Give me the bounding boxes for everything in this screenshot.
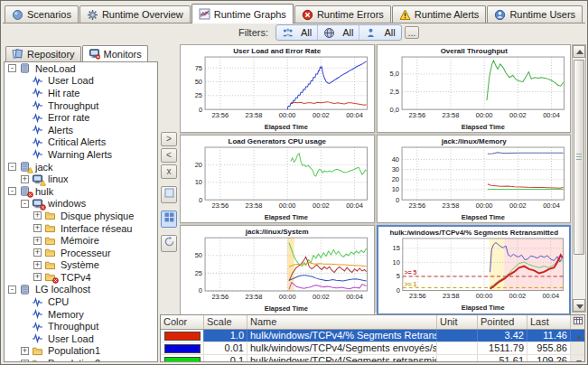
svg-text:2,5: 2,5 — [389, 88, 398, 96]
tree-item-memory[interactable]: Memory — [5, 308, 157, 321]
expand-icon[interactable]: + — [21, 360, 29, 362]
filter-item-2[interactable]: All — [359, 25, 400, 40]
svg-text:23:58: 23:58 — [442, 111, 459, 119]
grid-graph-layout-button[interactable] — [161, 211, 177, 228]
graph-panel-load-generators-cpu-usage[interactable]: 0102023:5623:5800:0000:0200:04Load Gener… — [180, 135, 375, 223]
tab-runtime-alerts[interactable]: Runtime Alerts — [392, 5, 487, 23]
close-button[interactable]: x — [161, 164, 177, 179]
svg-text:23:56: 23:56 — [408, 111, 425, 119]
tree-item-warning-alerts[interactable]: Warning Alerts — [5, 148, 157, 161]
tree-item-linux[interactable]: +linux — [5, 173, 157, 185]
collapse-icon[interactable]: - — [8, 285, 16, 294]
graph-panel-overall-throughput[interactable]: 0,02,55,023:5623:5800:0000:0200:04Overal… — [377, 44, 572, 133]
svg-text:>= 5: >= 5 — [404, 270, 416, 276]
tab-runtime-graphs[interactable]: Runtime Graphs — [191, 4, 294, 23]
svg-text:20: 20 — [195, 161, 202, 169]
tab-label: Scenarios — [27, 9, 71, 20]
tree-item-population2[interactable]: +Population2 — [5, 357, 157, 362]
graph-panel-jack-linux-memory[interactable]: 01020304023:5623:5800:0000:0200:04jack:/… — [377, 135, 572, 223]
expand-icon[interactable]: + — [21, 175, 29, 183]
collapse-icon[interactable]: - — [8, 163, 16, 171]
side-tab-repository[interactable]: Repository — [5, 46, 81, 61]
graph-panel-user-load-and-error-rate[interactable]: 025507523:5623:5800:0000:0200:04User Loa… — [180, 44, 375, 133]
table-scroll-down-button[interactable] — [571, 355, 585, 362]
tab-runtime-overview[interactable]: Runtime Overview — [79, 5, 191, 23]
filters-bar: Filters:AllAllAll... — [179, 23, 570, 42]
tree-item-label: User Load — [48, 75, 94, 86]
counter-icon — [32, 321, 44, 332]
graphs-scrollbar[interactable] — [572, 44, 586, 313]
tree-item-m-moire[interactable]: +Mémoire — [5, 234, 157, 247]
scroll-up-button[interactable] — [573, 45, 585, 58]
graph-panel-hulk-windows-tcpv4-segments-retransmitted[interactable]: 05101523:5623:5800:0000:0200:04>= 5>= 1h… — [377, 225, 572, 314]
tree-item-label: Throughput — [48, 100, 98, 111]
collapse-icon[interactable]: - — [8, 187, 16, 195]
expand-icon[interactable]: + — [33, 273, 42, 281]
column-header-pointed[interactable]: Pointed — [478, 315, 527, 329]
move-right-button[interactable]: > — [161, 132, 177, 146]
expand-icon[interactable]: + — [33, 261, 42, 269]
side-tab-monitors[interactable]: Monitors — [82, 45, 148, 62]
filter-item-0[interactable]: All — [276, 25, 317, 40]
pointed-cell: 3.42 — [478, 330, 527, 342]
scroll-down-button[interactable] — [573, 299, 585, 312]
runtime-errors-icon — [302, 9, 313, 21]
tree-item-label: windows — [48, 198, 86, 209]
tree-item-population1[interactable]: +Population1 — [5, 345, 157, 358]
expand-icon[interactable]: + — [21, 347, 29, 355]
tree-item-throughput[interactable]: Throughput — [5, 99, 157, 112]
tree-item-alerts[interactable]: Alerts — [5, 124, 157, 136]
tree-item-user-load[interactable]: User Load — [5, 75, 157, 88]
expand-icon[interactable]: + — [33, 211, 42, 220]
tree-item-error-rate[interactable]: Error rate — [5, 111, 157, 124]
table-scroll-up-button[interactable] — [571, 330, 585, 342]
svg-text:00:02: 00:02 — [313, 111, 330, 119]
tab-runtime-errors[interactable]: Runtime Errors — [294, 5, 391, 23]
graph-panel-jack-linux-system[interactable]: 0255023:5623:5800:0000:0200:04jack:/linu… — [180, 225, 375, 314]
tree-item-hit-rate[interactable]: Hit rate — [5, 87, 157, 99]
column-header-color[interactable]: Color — [161, 315, 204, 329]
tree-item-neoload[interactable]: -NeoLoad — [5, 62, 157, 75]
column-header-unit[interactable]: Unit — [437, 315, 478, 329]
tree-item-processeur[interactable]: +Processeur — [5, 247, 157, 259]
scrollbar-thumb[interactable] — [574, 60, 584, 255]
expand-icon[interactable]: + — [33, 224, 42, 232]
column-header-last[interactable]: Last — [527, 315, 571, 329]
counter-icon — [32, 124, 44, 136]
table-row[interactable]: 0.01hulk/windows/TCPv4/Segments envoyés/… — [161, 342, 584, 355]
collapse-icon[interactable]: - — [21, 200, 29, 208]
tree-item-interface-r-seau[interactable]: +Interface réseau — [5, 222, 157, 235]
tree-item-syst-me[interactable]: +Système — [5, 259, 157, 272]
tree-item-jack[interactable]: -jack — [5, 161, 157, 173]
single-graph-layout-button[interactable] — [161, 186, 177, 203]
table-settings-button[interactable] — [571, 315, 585, 329]
column-header-name[interactable]: Name — [247, 315, 437, 329]
svg-text:00:02: 00:02 — [313, 201, 330, 210]
filters-more-button[interactable]: ... — [405, 26, 419, 39]
table-row[interactable]: 1.0hulk/windows/TCPv4/% Segments Retrans… — [161, 330, 584, 342]
filter-item-1[interactable]: All — [317, 25, 359, 40]
tab-runtime-users[interactable]: Runtime Users — [487, 5, 583, 23]
collapse-icon[interactable]: - — [8, 64, 16, 72]
tree-item-hulk[interactable]: -hulk — [5, 185, 157, 198]
refresh-button[interactable] — [161, 235, 177, 252]
table-row[interactable]: 0.1hulk/windows/TCPv4/Segments retransmi… — [161, 355, 584, 362]
tree-item-windows[interactable]: -windows — [5, 198, 157, 211]
runtime-graphs-icon — [199, 8, 210, 20]
column-header-scale[interactable]: Scale — [204, 315, 247, 329]
tree-item-tcpv4[interactable]: +TCPv4 — [5, 271, 157, 284]
tree-item-lg-localhost[interactable]: -LG localhost — [5, 284, 157, 296]
tree-item-critical-alerts[interactable]: Critical Alerts — [5, 136, 157, 149]
expand-icon[interactable]: + — [33, 237, 42, 245]
expand-icon[interactable]: + — [33, 248, 42, 257]
series-color-swatch — [164, 344, 201, 353]
tree-item-disque-physique[interactable]: +Disque physique — [5, 210, 157, 222]
user-filter-icon — [365, 27, 378, 39]
main-tabbar: ScenariosRuntime OverviewRuntime GraphsR… — [3, 3, 585, 23]
tab-scenarios[interactable]: Scenarios — [5, 5, 79, 23]
tree-item-throughput[interactable]: Throughput — [5, 320, 157, 332]
tree-item-user-load[interactable]: User Load — [5, 332, 157, 345]
move-left-button[interactable]: < — [161, 148, 177, 163]
table-scroll-track — [571, 342, 585, 354]
tree-item-cpu[interactable]: CPU — [5, 295, 157, 308]
